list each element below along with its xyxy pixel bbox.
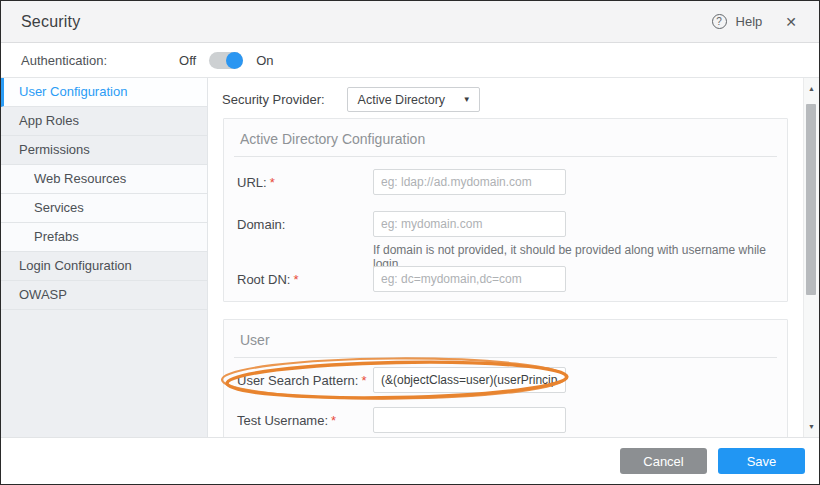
main-content: Security Provider: Active Directory ▼ Ac… <box>208 78 803 437</box>
page-title: Security <box>21 13 80 31</box>
url-input[interactable] <box>373 169 566 195</box>
sidebar-item-web-resources[interactable]: Web Resources <box>1 165 207 194</box>
user-panel-title: User <box>224 320 787 357</box>
scrollbar-up-arrow[interactable]: ▲ <box>804 85 819 92</box>
sidebar-item-owasp[interactable]: OWASP <box>1 281 207 310</box>
sidebar: User Configuration App Roles Permissions… <box>1 78 208 437</box>
authentication-row: Authentication: Off On <box>1 44 819 78</box>
scrollbar-down-arrow[interactable]: ▼ <box>804 423 819 430</box>
sidebar-item-prefabs[interactable]: Prefabs <box>1 223 207 252</box>
help-link[interactable]: Help <box>736 14 763 29</box>
test-username-label: Test Username:* <box>237 413 373 428</box>
authentication-label: Authentication: <box>21 53 107 68</box>
toggle-on-label: On <box>256 53 273 68</box>
chevron-down-icon: ▼ <box>463 95 471 104</box>
root-dn-input[interactable] <box>373 266 566 292</box>
security-dialog: Security ? Help ✕ Authentication: Off On… <box>0 0 820 485</box>
sidebar-item-login-configuration[interactable]: Login Configuration <box>1 252 207 281</box>
dialog-header: Security ? Help ✕ <box>1 1 819 43</box>
required-asterisk: * <box>331 413 336 428</box>
url-label: URL:* <box>237 175 373 190</box>
scrollbar-thumb[interactable] <box>806 104 816 295</box>
dialog-footer: Cancel Save <box>1 437 819 484</box>
sidebar-item-user-configuration[interactable]: User Configuration <box>1 78 207 107</box>
divider <box>234 156 777 157</box>
domain-field-row: Domain: <box>237 211 777 237</box>
user-search-pattern-input[interactable] <box>373 367 566 393</box>
close-icon[interactable]: ✕ <box>785 14 797 30</box>
cancel-button[interactable]: Cancel <box>620 448 707 474</box>
user-search-pattern-row: User Search Pattern:* <box>237 367 777 393</box>
active-directory-config-panel: Active Directory Configuration URL:* Dom… <box>223 118 788 302</box>
save-button[interactable]: Save <box>718 448 805 474</box>
sidebar-item-services[interactable]: Services <box>1 194 207 223</box>
security-provider-row: Security Provider: Active Directory ▼ <box>222 87 480 112</box>
required-asterisk: * <box>293 272 298 287</box>
test-username-input[interactable] <box>373 407 566 433</box>
security-provider-label: Security Provider: <box>222 92 325 107</box>
required-asterisk: * <box>270 175 275 190</box>
root-dn-label: Root DN:* <box>237 272 373 287</box>
user-search-pattern-label: User Search Pattern:* <box>237 373 373 388</box>
authentication-toggle[interactable] <box>209 52 243 69</box>
help-icon[interactable]: ? <box>712 14 727 29</box>
sidebar-item-permissions[interactable]: Permissions <box>1 136 207 165</box>
user-panel: User User Search Pattern:* Test Username… <box>223 319 788 437</box>
required-asterisk: * <box>361 373 366 388</box>
security-provider-select[interactable]: Active Directory ▼ <box>347 87 480 112</box>
sidebar-item-app-roles[interactable]: App Roles <box>1 107 207 136</box>
domain-input[interactable] <box>373 211 566 237</box>
test-username-row: Test Username:* <box>237 407 777 433</box>
toggle-knob <box>226 52 243 69</box>
toggle-off-label: Off <box>179 53 196 68</box>
root-dn-field-row: Root DN:* <box>237 266 777 292</box>
domain-label: Domain: <box>237 217 373 232</box>
divider <box>234 357 777 358</box>
ad-panel-title: Active Directory Configuration <box>224 119 787 156</box>
vertical-scrollbar[interactable]: ▲ ▼ <box>803 78 819 437</box>
security-provider-value: Active Directory <box>358 93 446 107</box>
url-field-row: URL:* <box>237 169 777 195</box>
dialog-body: User Configuration App Roles Permissions… <box>1 78 819 437</box>
